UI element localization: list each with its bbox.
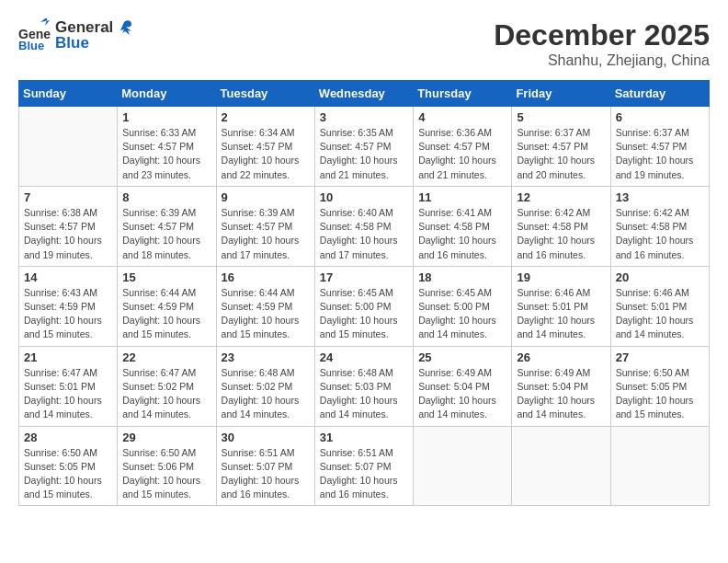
day-info: Sunrise: 6:39 AM Sunset: 4:57 PM Dayligh…: [222, 206, 310, 262]
logo-bird-icon: [115, 18, 133, 37]
calendar-cell: 30Sunrise: 6:51 AM Sunset: 5:07 PM Dayli…: [216, 426, 314, 506]
calendar-cell: 7Sunrise: 6:38 AM Sunset: 4:57 PM Daylig…: [19, 186, 118, 266]
calendar-cell: [414, 426, 512, 506]
day-number: 10: [320, 190, 408, 204]
calendar-cell: 24Sunrise: 6:48 AM Sunset: 5:03 PM Dayli…: [314, 346, 413, 426]
day-number: 18: [418, 270, 506, 284]
day-number: 12: [517, 190, 605, 204]
calendar-cell: [512, 426, 610, 506]
day-number: 3: [320, 110, 408, 124]
svg-text:Blue: Blue: [18, 39, 44, 52]
day-info: Sunrise: 6:34 AM Sunset: 4:57 PM Dayligh…: [222, 126, 310, 182]
logo-icon: General Blue: [18, 18, 51, 52]
day-number: 11: [418, 190, 506, 204]
day-info: Sunrise: 6:39 AM Sunset: 4:57 PM Dayligh…: [122, 206, 210, 262]
day-info: Sunrise: 6:38 AM Sunset: 4:57 PM Dayligh…: [24, 206, 112, 262]
calendar-cell: 10Sunrise: 6:40 AM Sunset: 4:58 PM Dayli…: [314, 186, 413, 266]
day-number: 16: [222, 270, 310, 284]
day-number: 8: [122, 190, 210, 204]
day-info: Sunrise: 6:47 AM Sunset: 5:02 PM Dayligh…: [122, 366, 210, 422]
calendar-cell: 9Sunrise: 6:39 AM Sunset: 4:57 PM Daylig…: [216, 186, 314, 266]
day-header-saturday: Saturday: [610, 81, 709, 107]
calendar-header-row: SundayMondayTuesdayWednesdayThursdayFrid…: [19, 81, 710, 107]
calendar-cell: 11Sunrise: 6:41 AM Sunset: 4:58 PM Dayli…: [414, 186, 512, 266]
day-header-friday: Friday: [512, 81, 610, 107]
day-info: Sunrise: 6:42 AM Sunset: 4:58 PM Dayligh…: [517, 206, 605, 262]
logo-blue-text: Blue: [55, 35, 133, 52]
calendar-cell: 12Sunrise: 6:42 AM Sunset: 4:58 PM Dayli…: [512, 186, 610, 266]
day-number: 28: [24, 431, 112, 444]
day-info: Sunrise: 6:49 AM Sunset: 5:04 PM Dayligh…: [418, 366, 506, 422]
calendar-cell: 2Sunrise: 6:34 AM Sunset: 4:57 PM Daylig…: [216, 107, 314, 187]
day-number: 20: [616, 270, 704, 284]
day-header-sunday: Sunday: [19, 81, 118, 107]
day-info: Sunrise: 6:50 AM Sunset: 5:05 PM Dayligh…: [24, 446, 112, 502]
calendar-cell: 18Sunrise: 6:45 AM Sunset: 5:00 PM Dayli…: [414, 266, 512, 346]
day-number: 1: [122, 110, 210, 124]
day-info: Sunrise: 6:35 AM Sunset: 4:57 PM Dayligh…: [320, 126, 408, 182]
calendar-week-row: 21Sunrise: 6:47 AM Sunset: 5:01 PM Dayli…: [19, 346, 710, 426]
calendar-cell: 5Sunrise: 6:37 AM Sunset: 4:57 PM Daylig…: [512, 107, 610, 187]
day-info: Sunrise: 6:44 AM Sunset: 4:59 PM Dayligh…: [122, 286, 210, 342]
day-number: 30: [222, 431, 310, 444]
day-number: 7: [24, 190, 112, 204]
calendar-week-row: 7Sunrise: 6:38 AM Sunset: 4:57 PM Daylig…: [19, 186, 710, 266]
day-number: 29: [122, 431, 210, 444]
day-number: 6: [616, 110, 704, 124]
day-number: 2: [222, 110, 310, 124]
calendar-cell: 8Sunrise: 6:39 AM Sunset: 4:57 PM Daylig…: [118, 186, 216, 266]
day-number: 13: [616, 190, 704, 204]
day-info: Sunrise: 6:46 AM Sunset: 5:01 PM Dayligh…: [517, 286, 605, 342]
calendar-week-row: 14Sunrise: 6:43 AM Sunset: 4:59 PM Dayli…: [19, 266, 710, 346]
day-info: Sunrise: 6:33 AM Sunset: 4:57 PM Dayligh…: [122, 126, 210, 182]
day-info: Sunrise: 6:37 AM Sunset: 4:57 PM Dayligh…: [517, 126, 605, 182]
day-number: 22: [122, 350, 210, 364]
calendar-cell: 29Sunrise: 6:50 AM Sunset: 5:06 PM Dayli…: [118, 426, 216, 506]
day-number: 26: [517, 350, 605, 364]
day-info: Sunrise: 6:46 AM Sunset: 5:01 PM Dayligh…: [616, 286, 704, 342]
day-number: 21: [24, 350, 112, 364]
day-info: Sunrise: 6:43 AM Sunset: 4:59 PM Dayligh…: [24, 286, 112, 342]
calendar-table: SundayMondayTuesdayWednesdayThursdayFrid…: [18, 80, 710, 506]
day-info: Sunrise: 6:40 AM Sunset: 4:58 PM Dayligh…: [320, 206, 408, 262]
day-number: 19: [517, 270, 605, 284]
calendar-cell: 17Sunrise: 6:45 AM Sunset: 5:00 PM Dayli…: [314, 266, 413, 346]
day-info: Sunrise: 6:47 AM Sunset: 5:01 PM Dayligh…: [24, 366, 112, 422]
day-header-monday: Monday: [118, 81, 216, 107]
day-header-tuesday: Tuesday: [216, 81, 314, 107]
day-info: Sunrise: 6:44 AM Sunset: 4:59 PM Dayligh…: [222, 286, 310, 342]
day-info: Sunrise: 6:48 AM Sunset: 5:02 PM Dayligh…: [222, 366, 310, 422]
calendar-cell: 6Sunrise: 6:37 AM Sunset: 4:57 PM Daylig…: [610, 107, 709, 187]
calendar-cell: 28Sunrise: 6:50 AM Sunset: 5:05 PM Dayli…: [19, 426, 118, 506]
calendar-cell: 3Sunrise: 6:35 AM Sunset: 4:57 PM Daylig…: [314, 107, 413, 187]
calendar-week-row: 1Sunrise: 6:33 AM Sunset: 4:57 PM Daylig…: [19, 107, 710, 187]
day-number: 23: [222, 350, 310, 364]
calendar-cell: 26Sunrise: 6:49 AM Sunset: 5:04 PM Dayli…: [512, 346, 610, 426]
calendar-cell: 14Sunrise: 6:43 AM Sunset: 4:59 PM Dayli…: [19, 266, 118, 346]
calendar-cell: 13Sunrise: 6:42 AM Sunset: 4:58 PM Dayli…: [610, 186, 709, 266]
calendar-cell: 27Sunrise: 6:50 AM Sunset: 5:05 PM Dayli…: [610, 346, 709, 426]
day-info: Sunrise: 6:49 AM Sunset: 5:04 PM Dayligh…: [517, 366, 605, 422]
day-info: Sunrise: 6:51 AM Sunset: 5:07 PM Dayligh…: [320, 446, 408, 502]
day-number: 31: [320, 431, 408, 444]
calendar-cell: 16Sunrise: 6:44 AM Sunset: 4:59 PM Dayli…: [216, 266, 314, 346]
calendar-cell: [19, 107, 118, 187]
day-info: Sunrise: 6:48 AM Sunset: 5:03 PM Dayligh…: [320, 366, 408, 422]
logo: General Blue General Blue: [18, 18, 133, 52]
svg-marker-2: [40, 18, 50, 26]
day-info: Sunrise: 6:41 AM Sunset: 4:58 PM Dayligh…: [418, 206, 506, 262]
month-year-title: December 2025: [494, 18, 710, 52]
calendar-cell: [610, 426, 709, 506]
day-number: 15: [122, 270, 210, 284]
day-number: 27: [616, 350, 704, 364]
day-number: 25: [418, 350, 506, 364]
day-number: 9: [222, 190, 310, 204]
day-number: 24: [320, 350, 408, 364]
day-number: 14: [24, 270, 112, 284]
day-info: Sunrise: 6:42 AM Sunset: 4:58 PM Dayligh…: [616, 206, 704, 262]
day-number: 4: [418, 110, 506, 124]
calendar-cell: 31Sunrise: 6:51 AM Sunset: 5:07 PM Dayli…: [314, 426, 413, 506]
calendar-week-row: 28Sunrise: 6:50 AM Sunset: 5:05 PM Dayli…: [19, 426, 710, 506]
calendar-cell: 21Sunrise: 6:47 AM Sunset: 5:01 PM Dayli…: [19, 346, 118, 426]
day-info: Sunrise: 6:50 AM Sunset: 5:06 PM Dayligh…: [122, 446, 210, 502]
